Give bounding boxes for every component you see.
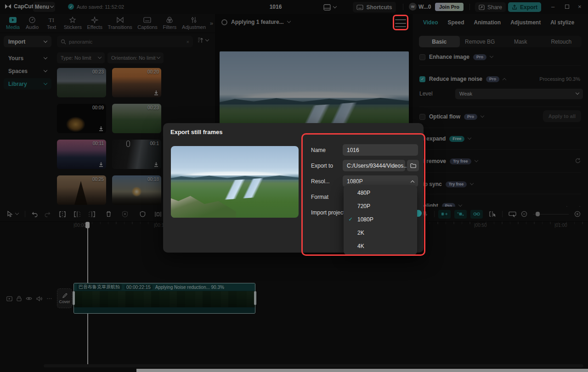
annotation-box-menu [393, 15, 408, 30]
annotation-box-export-settings [301, 133, 425, 256]
dialog-title: Export still frames [170, 129, 222, 135]
dialog-frame-preview [171, 146, 299, 218]
taskbar-strip [136, 369, 588, 372]
